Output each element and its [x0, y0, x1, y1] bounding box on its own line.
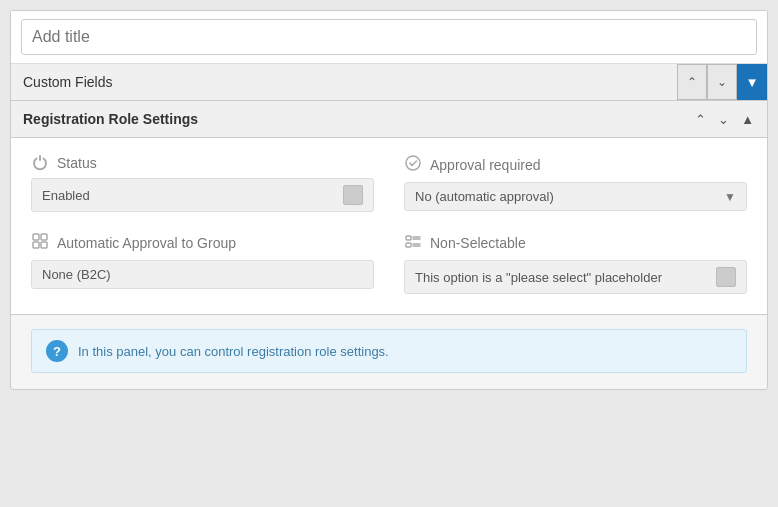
auto-approval-label-row: Automatic Approval to Group [31, 232, 374, 254]
info-panel: ? In this panel, you can control registr… [31, 329, 747, 373]
svg-rect-5 [406, 236, 411, 240]
non-selectable-field-group: Non-Selectable This option is a "please … [404, 232, 747, 294]
title-row [11, 11, 767, 64]
status-toggle-box[interactable] [343, 185, 363, 205]
title-input[interactable] [21, 19, 757, 55]
cf-controls: ⌃ ⌄ ▼ [677, 64, 767, 100]
main-container: Custom Fields ⌃ ⌄ ▼ Registration Role Se… [10, 10, 768, 390]
custom-fields-up-button[interactable]: ⌃ [677, 64, 707, 100]
auto-approval-value: None (B2C) [42, 267, 111, 282]
status-field-group: Status Enabled [31, 154, 374, 212]
status-label: Status [57, 155, 97, 171]
non-selectable-value-row[interactable]: This option is a "please select" placeho… [404, 260, 747, 294]
svg-rect-2 [41, 234, 47, 240]
approval-dropdown-arrow: ▼ [724, 190, 736, 204]
svg-rect-1 [33, 234, 39, 240]
approval-field-group: Approval required No (automatic approval… [404, 154, 747, 212]
auto-approval-label: Automatic Approval to Group [57, 235, 236, 251]
non-selectable-toggle-box[interactable] [716, 267, 736, 287]
non-selectable-label: Non-Selectable [430, 235, 526, 251]
svg-point-0 [406, 156, 420, 170]
status-value: Enabled [42, 188, 90, 203]
auto-approval-value-row: None (B2C) [31, 260, 374, 289]
info-icon-label: ? [53, 344, 61, 359]
grid-icon [31, 232, 49, 254]
auto-approval-field-group: Automatic Approval to Group None (B2C) [31, 232, 374, 294]
section-header: Registration Role Settings ⌃ ⌄ ▲ [11, 101, 767, 138]
custom-fields-down-button[interactable]: ⌄ [707, 64, 737, 100]
approval-label-row: Approval required [404, 154, 747, 176]
custom-fields-row: Custom Fields ⌃ ⌄ ▼ [11, 64, 767, 101]
section-up-button[interactable]: ⌃ [690, 109, 711, 130]
section-collapse-button[interactable]: ▲ [736, 109, 759, 130]
svg-rect-3 [33, 242, 39, 248]
approval-select[interactable]: No (automatic approval) ▼ [404, 182, 747, 211]
approval-icon [404, 154, 422, 176]
approval-value: No (automatic approval) [415, 189, 554, 204]
status-toggle-row[interactable]: Enabled [31, 178, 374, 212]
svg-rect-4 [41, 242, 47, 248]
svg-rect-8 [406, 243, 411, 247]
non-selectable-label-row: Non-Selectable [404, 232, 747, 254]
custom-fields-label: Custom Fields [11, 64, 677, 100]
section-down-button[interactable]: ⌄ [713, 109, 734, 130]
section-title: Registration Role Settings [11, 101, 690, 137]
info-text: In this panel, you can control registrat… [78, 344, 389, 359]
custom-fields-dropdown-button[interactable]: ▼ [737, 64, 767, 100]
non-selectable-value: This option is a "please select" placeho… [415, 270, 662, 285]
fields-grid: Status Enabled Approval required [31, 154, 747, 294]
info-icon: ? [46, 340, 68, 362]
power-icon [31, 154, 49, 172]
nonselectable-icon [404, 232, 422, 254]
status-label-row: Status [31, 154, 374, 172]
section-controls: ⌃ ⌄ ▲ [690, 109, 767, 130]
section-body: Status Enabled Approval required [11, 138, 767, 315]
approval-label: Approval required [430, 157, 541, 173]
